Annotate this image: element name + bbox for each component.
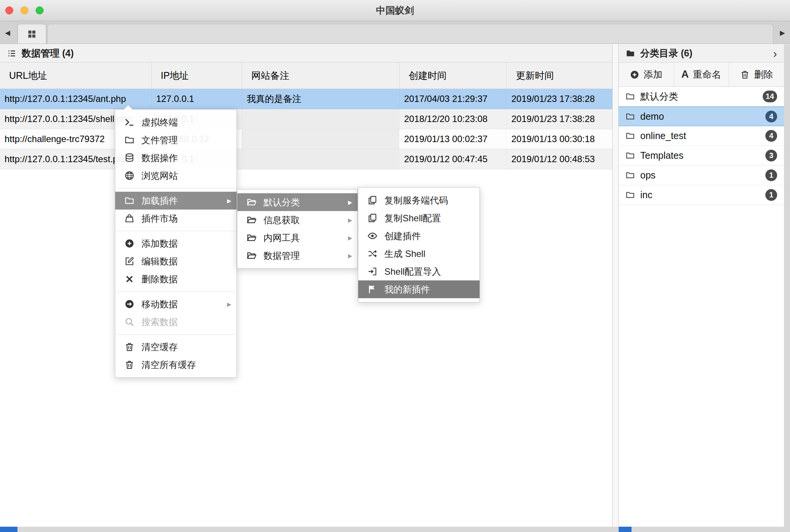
submenu-arrow-icon: ▸ [227, 299, 231, 309]
submenu-item-my-new-plugin[interactable]: 我的新插件 [358, 280, 480, 298]
submenu-item-data-manage[interactable]: 数据管理 ▸ [237, 247, 357, 264]
submenu-item-intranet-tools[interactable]: 内网工具 ▸ [237, 229, 357, 247]
category-panel: 分类目录 (6) › 添加 A 重命名 删除 默认分类 14 demo [618, 44, 784, 527]
minimize-button[interactable] [20, 6, 28, 14]
menu-item-database-ops[interactable]: 数据操作 [115, 149, 237, 167]
terminal-icon [124, 117, 135, 127]
menu-item-clear-cache[interactable]: 清空缓存 [115, 338, 237, 356]
category-item-default[interactable]: 默认分类 14 [619, 87, 784, 106]
submenu-item-generate-shell[interactable]: 生成 Shell [358, 245, 480, 263]
status-accent [0, 527, 17, 532]
submenu-arrow-icon: ▸ [227, 196, 231, 206]
plus-circle-icon [124, 238, 135, 249]
folder-icon [625, 92, 635, 101]
menu-item-add-data[interactable]: 添加数据 [115, 235, 237, 252]
menu-item-edit-data[interactable]: 编辑数据 [115, 252, 237, 270]
submenu-item-default-category[interactable]: 默认分类 ▸ [237, 193, 357, 211]
folder-open-icon [246, 215, 257, 225]
menu-item-plugin-market[interactable]: 插件市场 [115, 210, 237, 227]
column-header-updated: 更新时间 [506, 63, 612, 89]
category-title: 分类目录 (6) [640, 47, 693, 59]
table-row[interactable]: http://127.0.0.1:12345/test.php 127.0.0.… [0, 149, 612, 169]
tab-bar: ◂ ▸ [0, 21, 790, 44]
menu-item-move-data[interactable]: 移动数据 ▸ [115, 295, 237, 313]
count-badge: 1 [765, 169, 777, 181]
menu-item-clear-all-cache[interactable]: 清空所有缓存 [115, 356, 237, 374]
globe-icon [124, 171, 135, 181]
submenu-arrow-icon: ▸ [348, 233, 352, 243]
category-item-ops[interactable]: ops 1 [619, 166, 784, 185]
tab-strip [47, 24, 773, 44]
table-row[interactable]: http://127.0.0.1:12345/shell.php 127.0.0… [0, 109, 612, 129]
zoom-button[interactable] [36, 6, 44, 14]
window-title: 中国蚁剑 [376, 4, 414, 17]
context-menu: 虚拟终端 文件管理 数据操作 浏览网站 加载插件 ▸ 插件市场 添加数据 编辑数… [115, 109, 237, 378]
cell-ip: 127.0.0.1 [151, 89, 242, 109]
menu-item-file-manager[interactable]: 文件管理 [115, 131, 237, 149]
count-badge: 14 [763, 91, 777, 102]
count-badge: 4 [765, 111, 777, 122]
trash-icon [124, 360, 135, 370]
menu-separator [116, 188, 236, 188]
folder-open-icon [246, 233, 257, 243]
column-header-ip: IP地址 [151, 63, 242, 89]
submenu-item-copy-server-code[interactable]: 复制服务端代码 [358, 191, 480, 209]
window-edge [784, 44, 790, 527]
menu-item-virtual-terminal[interactable]: 虚拟终端 [115, 113, 237, 131]
edit-icon [124, 256, 135, 266]
category-header: 分类目录 (6) › [619, 44, 784, 63]
folder-icon [124, 196, 135, 206]
import-icon [367, 266, 378, 277]
submenu-item-create-plugin[interactable]: 创建插件 [358, 227, 480, 245]
table-row[interactable]: http://challenge-trc79372 192.168.0.12 2… [0, 129, 612, 149]
close-button[interactable] [5, 6, 13, 14]
plugin-actions-submenu: 复制服务端代码 复制Shell配置 创建插件 生成 Shell Shell配置导… [358, 187, 480, 302]
tab-scroll-left-button[interactable]: ◂ [0, 21, 15, 44]
tab-scroll-right-button[interactable]: ▸ [775, 21, 790, 44]
folder-icon [625, 190, 635, 200]
data-manager-title: 数据管理 (4) [22, 47, 74, 59]
cell-created: 2018/12/20 10:23:08 [399, 109, 506, 129]
rename-category-button[interactable]: A 重命名 [674, 63, 729, 86]
submenu-item-info-gather[interactable]: 信息获取 ▸ [237, 211, 357, 229]
menu-separator [116, 334, 236, 335]
plus-circle-icon [630, 70, 640, 80]
table-row[interactable]: http://127.0.0.1:12345/ant.php 127.0.0.1… [0, 89, 612, 109]
submenu-item-shell-config-import[interactable]: Shell配置导入 [358, 263, 480, 280]
folder-open-icon [246, 197, 257, 207]
column-header-created: 创建时间 [399, 63, 506, 89]
folder-icon [625, 49, 635, 58]
copy-icon [367, 195, 378, 205]
cell-created: 2017/04/03 21:29:37 [399, 89, 506, 109]
move-icon [124, 299, 135, 309]
category-item-demo[interactable]: demo 4 [619, 106, 784, 126]
menu-item-search-data[interactable]: 搜索数据 [115, 313, 237, 331]
category-item-online-test[interactable]: online_test 4 [619, 126, 784, 146]
delete-icon [124, 274, 135, 284]
cell-note [242, 129, 399, 149]
category-item-inc[interactable]: inc 1 [619, 185, 784, 205]
cell-updated: 2019/01/23 17:38:28 [506, 89, 612, 109]
trash-icon [124, 342, 135, 352]
menu-separator [116, 291, 236, 292]
cell-created: 2019/01/12 00:47:45 [399, 149, 506, 169]
menu-item-browse-site[interactable]: 浏览网站 [115, 167, 237, 185]
submenu-item-copy-shell-config[interactable]: 复制Shell配置 [358, 209, 480, 227]
folder-icon [625, 131, 635, 141]
column-header-note: 网站备注 [242, 63, 399, 89]
shell-tab[interactable] [17, 24, 46, 44]
menu-item-delete-data[interactable]: 删除数据 [115, 270, 237, 288]
cell-updated: 2019/01/13 00:30:18 [506, 129, 612, 149]
delete-category-button[interactable]: 删除 [729, 63, 784, 86]
submenu-arrow-icon: ▸ [348, 215, 352, 225]
add-category-button[interactable]: 添加 [619, 63, 674, 86]
traffic-lights [5, 0, 44, 21]
copy-icon [367, 213, 378, 223]
menu-item-load-plugin[interactable]: 加载插件 ▸ [115, 192, 237, 210]
eye-icon [367, 231, 378, 241]
folder-icon [625, 171, 635, 180]
folder-icon [124, 135, 135, 145]
category-item-templates[interactable]: Templates 3 [619, 146, 784, 166]
chevron-right-icon[interactable]: › [773, 47, 777, 59]
category-toolbar: 添加 A 重命名 删除 [619, 63, 784, 87]
